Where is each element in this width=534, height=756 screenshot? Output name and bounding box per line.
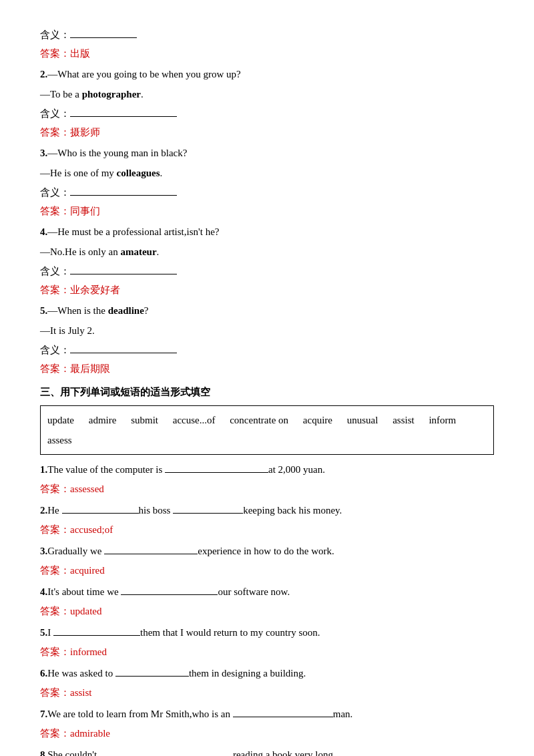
exercise-5-text: 5.I them that I would return to my count… [40,624,494,642]
meaning-2: 含义： [40,106,494,123]
meaning-0: 含义： [40,27,494,44]
answer-5: 答案：最后期限 [40,361,494,378]
exercise-3: 3.Gradually we experience in how to do t… [40,543,494,580]
dialogue-3-1: 3.—Who is the young man in black? [40,145,494,162]
question-4: 4.—He must be a professional artist,isn'… [40,224,494,299]
answer-2: 答案：摄影师 [40,124,494,142]
exercise-6-text: 6.He was asked to them in designing a bu… [40,665,494,683]
dialogue-5-1: 5.—When is the deadline? [40,303,494,320]
exercise-3-text: 3.Gradually we experience in how to do t… [40,543,494,560]
exercise-6: 6.He was asked to them in designing a bu… [40,665,494,702]
exercise-7-text: 7.We are told to learn from Mr Smith,who… [40,706,494,723]
exercise-4: 4.It's about time we our software now. 答… [40,584,494,620]
exercise-3-answer: 答案：acquired [40,562,494,580]
section3-title: 三、用下列单词或短语的适当形式填空 [40,384,494,401]
exercise-2-text: 2.He his boss keeping back his money. [40,502,494,520]
answer-0: 答案：出版 [40,45,494,63]
exercise-8-text: 8.She couldn't reading a book very long. [40,747,494,757]
question-3: 3.—Who is the young man in black? —He is… [40,145,494,220]
meaning-4: 含义： [40,263,494,280]
question-5: 5.—When is the deadline? —It is July 2. … [40,303,494,377]
dialogue-2-2: —To be a photographer. [40,86,494,104]
exercise-5: 5.I them that I would return to my count… [40,624,494,661]
exercise-2-answer: 答案：accused;of [40,522,494,539]
exercise-2: 2.He his boss keeping back his money. 答案… [40,502,494,539]
dialogue-3-2: —He is one of my colleagues. [40,165,494,182]
exercise-6-answer: 答案：assist [40,685,494,702]
exercise-4-text: 4.It's about time we our software now. [40,584,494,601]
exercise-7-answer: 答案：admirable [40,725,494,743]
exercise-7: 7.We are told to learn from Mr Smith,who… [40,706,494,743]
dialogue-5-2: —It is July 2. [40,323,494,340]
question-2: 2.—What are you going to be when you gro… [40,66,494,141]
meaning-5: 含义： [40,342,494,359]
exercise-1-answer: 答案：assessed [40,481,494,498]
dialogue-2-1: 2.—What are you going to be when you gro… [40,66,494,83]
exercise-8: 8.She couldn't reading a book very long.… [40,747,494,757]
exercise-5-answer: 答案：informed [40,644,494,661]
exercise-1: 1.The value of the computer is at 2,000 … [40,461,494,498]
dialogue-4-1: 4.—He must be a professional artist,isn'… [40,224,494,241]
dialogue-4-2: —No.He is only an amateur. [40,244,494,261]
word-box: update admire submit accuse...of concent… [40,405,494,455]
answer-3: 答案：同事们 [40,203,494,220]
exercise-1-text: 1.The value of the computer is at 2,000 … [40,461,494,479]
meaning-3: 含义： [40,184,494,202]
exercise-4-answer: 答案：updated [40,603,494,620]
answer-4: 答案：业余爱好者 [40,282,494,299]
